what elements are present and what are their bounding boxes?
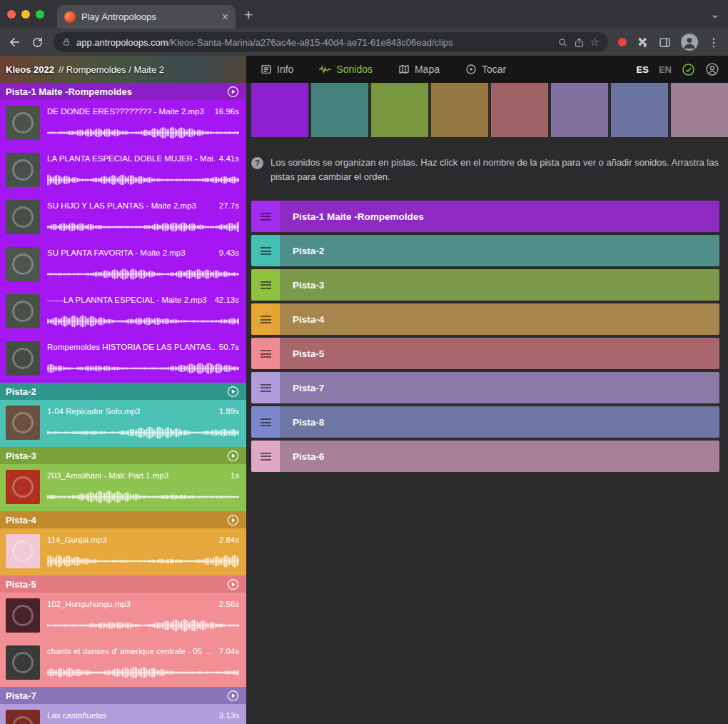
traffic-light-zoom[interactable]	[36, 10, 44, 19]
track-row[interactable]: Pista-8	[251, 406, 719, 438]
track-header[interactable]: Pista-3	[0, 447, 246, 464]
traffic-light-minimize[interactable]	[21, 10, 30, 19]
drag-handle[interactable]	[251, 441, 280, 472]
menu-kebab-icon[interactable]: ⋮	[708, 36, 719, 49]
play-track-button[interactable]	[227, 450, 239, 462]
clip-row[interactable]: ------LA PLANNTA ESPECIAL - Maite 2.mp34…	[0, 288, 246, 336]
track-header[interactable]: Pista-2	[0, 383, 246, 400]
browser-window: Play Antropoloops × + ⌄ app.antropoloops…	[0, 0, 728, 724]
nav-tocar[interactable]: Tocar	[465, 64, 506, 75]
clip-row[interactable]: chants et danses d' amerique centrale - …	[0, 640, 246, 687]
clip-waveform	[47, 266, 239, 283]
clip-thumbnail	[6, 294, 40, 328]
play-track-button[interactable]	[227, 578, 239, 590]
track-color-strip	[251, 83, 728, 137]
drag-handle[interactable]	[251, 235, 280, 266]
track-color-swatch[interactable]	[551, 83, 608, 137]
track-header[interactable]: Pista-4	[0, 511, 246, 528]
drag-handle[interactable]	[251, 201, 280, 232]
track-color-swatch[interactable]	[671, 83, 728, 137]
drag-handle[interactable]	[251, 406, 280, 438]
traffic-light-close[interactable]	[7, 10, 16, 19]
track-row[interactable]: Pista-5	[251, 338, 719, 369]
drag-handle[interactable]	[251, 269, 280, 301]
clip-row[interactable]: 203_Amalihani - Mali: Part 1.mp31s	[0, 464, 246, 511]
saved-check-icon[interactable]	[682, 63, 695, 76]
clip-title: 114_Gunjai.mp3	[47, 536, 107, 544]
clip-waveform	[47, 124, 239, 141]
track-color-swatch[interactable]	[251, 83, 308, 137]
clip-row[interactable]: DE DONDE ERES???????? - Maite 2.mp316.96…	[0, 100, 246, 147]
zoom-icon[interactable]	[557, 37, 568, 48]
track-color-swatch[interactable]	[311, 83, 368, 137]
header-right-cluster: ES EN	[637, 56, 728, 83]
clip-row[interactable]: SU PLANTA FAVORITA - Maite 2.mp39.43s	[0, 241, 246, 288]
sidebar-track-section: Pista-7 Las castañuelas3.13s	[0, 687, 246, 724]
nav-sonidos[interactable]: Sonidos	[319, 64, 373, 75]
hamburger-icon	[261, 418, 271, 426]
account-icon[interactable]	[705, 62, 719, 76]
address-bar[interactable]: app.antropoloops.com/Kleos-Santa-Marina/…	[54, 32, 608, 52]
tab-search-chevron-icon[interactable]: ⌄	[710, 8, 719, 21]
recording-indicator-icon[interactable]	[618, 38, 627, 46]
track-header[interactable]: Pista-1 Maite -Rompemoldes	[0, 83, 246, 100]
tab-title: Play Antropoloops	[81, 11, 216, 22]
drag-handle[interactable]	[251, 338, 280, 369]
nav-info[interactable]: Info	[261, 64, 293, 75]
bookmark-star-icon[interactable]: ☆	[590, 36, 600, 49]
clip-row[interactable]: 114_Gunjai.mp32.84s	[0, 528, 246, 575]
play-track-button[interactable]	[227, 86, 239, 98]
share-icon[interactable]	[574, 37, 585, 48]
track-color-swatch[interactable]	[371, 83, 428, 137]
clip-list: 102_Hunguhungu.mp32.56s chants et danses…	[0, 593, 246, 687]
track-header[interactable]: Pista-7	[0, 687, 246, 704]
clip-thumbnail	[6, 247, 40, 281]
lang-en-button[interactable]: EN	[659, 64, 672, 75]
clip-duration: 1.89s	[219, 407, 239, 416]
track-row[interactable]: Pista-4	[251, 303, 719, 335]
play-track-button[interactable]	[227, 386, 239, 398]
play-track-button[interactable]	[227, 514, 239, 526]
play-track-button[interactable]	[227, 690, 239, 702]
hamburger-icon	[261, 384, 271, 392]
tab-close-icon[interactable]: ×	[222, 11, 228, 23]
clip-row[interactable]: SU HIJO Y LAS PLANTAS - Maite 2.mp327.7s	[0, 194, 246, 241]
clip-row[interactable]: LA PLANTA ESPECIAL DOBLE MUJER - Mai...4…	[0, 147, 246, 194]
clip-duration: 27.7s	[219, 201, 239, 210]
track-color-swatch[interactable]	[491, 83, 548, 137]
track-row[interactable]: Pista-7	[251, 372, 719, 403]
clip-row[interactable]: 1-04 Repicador Solo.mp31.89s	[0, 400, 246, 447]
clip-row[interactable]: 102_Hunguhungu.mp32.56s	[0, 593, 246, 640]
hamburger-icon	[261, 281, 271, 289]
profile-avatar[interactable]	[681, 34, 698, 51]
nav-sonidos-label: Sonidos	[336, 64, 373, 75]
extensions-puzzle-icon[interactable]	[637, 36, 649, 49]
track-color-swatch[interactable]	[611, 83, 668, 137]
track-header[interactable]: Pista-5	[0, 575, 246, 593]
new-tab-button[interactable]: +	[244, 7, 253, 22]
clip-title: ------LA PLANNTA ESPECIAL - Maite 2.mp3	[47, 296, 207, 304]
track-row[interactable]: Pista-6	[251, 441, 719, 472]
track-color-swatch[interactable]	[431, 83, 488, 137]
lock-icon[interactable]	[62, 38, 71, 46]
clip-waveform	[47, 553, 239, 570]
track-row[interactable]: Pista-2	[251, 235, 719, 266]
clip-row[interactable]: Rompemoldes HISTORIA DE LAS PLANTAS...50…	[0, 336, 246, 383]
clip-thumbnail	[6, 645, 40, 680]
sidebar-track-section: Pista-4 114_Gunjai.mp32.84s	[0, 511, 246, 575]
clip-list: DE DONDE ERES???????? - Maite 2.mp316.96…	[0, 100, 246, 383]
back-button[interactable]	[9, 36, 21, 49]
lang-es-button[interactable]: ES	[637, 64, 649, 75]
track-row[interactable]: Pista-1 Maite -Rompemoldes	[251, 201, 719, 232]
url-domain: app.antropoloops.com	[76, 37, 168, 48]
breadcrumb[interactable]: Kleos 2022 // Rompemoldes / Maite 2	[0, 56, 246, 83]
clip-row[interactable]: Las castañuelas3.13s	[0, 704, 246, 724]
browser-tab[interactable]: Play Antropoloops ×	[57, 5, 236, 29]
nav-mapa[interactable]: Mapa	[398, 64, 440, 75]
drag-handle[interactable]	[251, 303, 280, 335]
nav-info-label: Info	[277, 64, 293, 75]
reload-button[interactable]	[31, 36, 44, 49]
drag-handle[interactable]	[251, 372, 280, 403]
side-panel-icon[interactable]	[659, 36, 671, 49]
track-row[interactable]: Pista-3	[251, 269, 719, 301]
